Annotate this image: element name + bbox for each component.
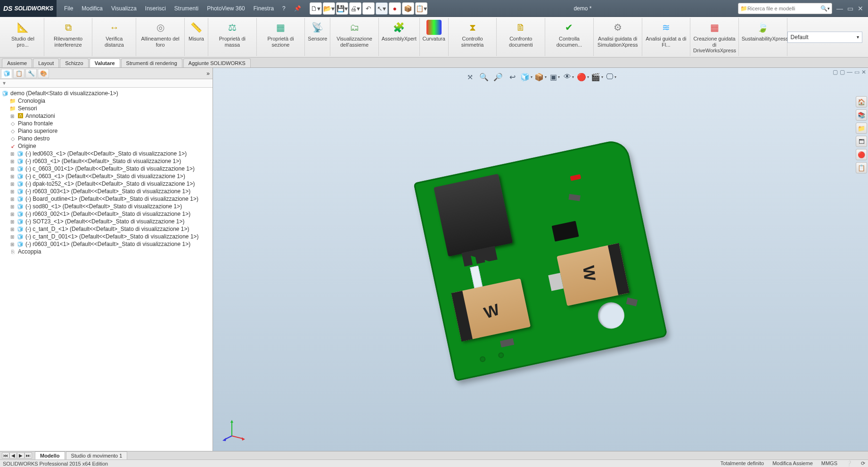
zoom-area-icon[interactable]: 🔎 — [492, 71, 504, 83]
tree-part-7[interactable]: ⊞🧊(-) sod80_<1> (Default<<Default>_Stato… — [1, 203, 212, 210]
ribbon-study[interactable]: 📐Studio del pro... — [2, 18, 44, 56]
tab-render[interactable]: Strumenti di rendering — [121, 58, 182, 67]
tab-last-icon[interactable]: ⏭ — [25, 452, 32, 459]
tree-part-4[interactable]: ⊞🧊(-) dpak-to252_<1> (Default<<Default>_… — [1, 180, 212, 188]
expand-icon[interactable]: ⊞ — [9, 151, 15, 156]
expand-icon[interactable]: ⊞ — [9, 189, 15, 194]
save-icon[interactable]: 💾▾ — [336, 2, 348, 15]
tree-sensors[interactable]: 📁Sensori — [1, 105, 212, 112]
rebuild-icon[interactable]: ● — [389, 2, 401, 15]
expand-icon[interactable]: ⊞ — [9, 204, 15, 209]
prev-view-icon[interactable]: ↩ — [506, 71, 518, 83]
tab-first-icon[interactable]: ⏮ — [2, 452, 9, 459]
tab-evaluate[interactable]: Valutare — [90, 58, 120, 67]
ribbon-floxpress[interactable]: ≋Analisi guidat a di Fl... — [642, 18, 691, 56]
tree-panel-expand-icon[interactable]: » — [206, 70, 210, 77]
tree-part-3[interactable]: ⊞🧊(-) c_0603_<1> (Default<<Default>_Stat… — [1, 172, 212, 180]
tree-tab-config[interactable]: 🔧 — [25, 69, 37, 78]
vp-tile2-icon[interactable]: ▢ — [840, 69, 845, 75]
menu-window[interactable]: Finestra — [250, 3, 278, 14]
tree-part-6[interactable]: ⊞🧊(-) Board_outline<1> (Default<<Default… — [1, 195, 212, 203]
expand-icon[interactable]: ⊞ — [9, 234, 15, 239]
expand-icon[interactable]: ⊞ — [9, 219, 15, 224]
expand-icon[interactable]: ⊞ — [9, 227, 15, 232]
tree-history[interactable]: 📁Cronologia — [1, 97, 212, 105]
ribbon-sectionprops[interactable]: ▦Proprietà di sezione — [257, 18, 305, 56]
search-dropdown-icon[interactable]: ▾ — [827, 6, 830, 11]
ribbon-hole[interactable]: ◎Allineamento del foro — [136, 18, 185, 56]
select-icon[interactable]: ↖▾ — [376, 2, 388, 15]
tab-assembly[interactable]: Assieme — [2, 58, 32, 67]
menu-photoview[interactable]: PhotoView 360 — [203, 3, 249, 14]
tree-plane-right[interactable]: ◇Piano destro — [1, 135, 212, 142]
display-style-icon[interactable]: ▣ — [549, 71, 561, 83]
view-orient-icon[interactable]: ⤧ — [464, 71, 476, 83]
tree-tab-feature[interactable]: 🧊 — [1, 69, 12, 78]
ribbon-dwxpress[interactable]: ▦Creazione guidata di DriveWorksXpress — [690, 18, 739, 56]
expand-icon[interactable]: ⊞ — [9, 166, 15, 172]
zoom-fit-icon[interactable]: 🔍 — [478, 71, 490, 83]
ribbon-compare[interactable]: 🗎Confronto documenti — [497, 18, 545, 56]
search-input[interactable] — [747, 6, 820, 11]
tab-model[interactable]: Modello — [35, 451, 65, 460]
new-doc-icon[interactable]: 🗋▾ — [310, 2, 322, 15]
undo-icon[interactable]: ↶ — [362, 2, 375, 15]
menu-pin-icon[interactable]: 📌 — [290, 3, 305, 14]
expand-icon[interactable]: ⊞ — [9, 212, 15, 217]
section-view-icon[interactable]: 🧊 — [520, 71, 532, 83]
tab-sketch[interactable]: Schizzo — [60, 58, 89, 67]
tree-part-1[interactable]: ⊞🧊(-) r0603_<1> (Default<<Default>_Stato… — [1, 157, 212, 165]
graphics-viewport[interactable]: ▢ ▢ — ▭ ✕ ⤧ 🔍 🔎 ↩ 🧊 📦 ▣ 👁 🔴 🎬 🖵 🏠 📚 📁 🗔 … — [213, 68, 868, 451]
tab-layout[interactable]: Layout — [33, 58, 59, 67]
tree-part-9[interactable]: ⊞🧊(-) SOT23_<1> (Default<<Default>_Stato… — [1, 218, 212, 225]
expand-icon[interactable]: ⊞ — [9, 159, 15, 164]
ribbon-measure[interactable]: 📏Misura — [185, 18, 208, 56]
tab-prev-icon[interactable]: ◀ — [9, 452, 17, 459]
view-orientation-icon[interactable]: 📦 — [534, 71, 547, 83]
search-icon[interactable]: 🔍 — [820, 5, 827, 12]
tab-addins[interactable]: Aggiunte SOLIDWORKS — [183, 58, 251, 67]
appearance-icon[interactable]: 🔴 — [577, 71, 589, 83]
ribbon-clearance[interactable]: ↔Verifica distanza — [92, 18, 136, 56]
ribbon-interference[interactable]: ⧉Rilevamento interferenze — [44, 18, 93, 56]
ribbon-asmxpert[interactable]: 🧩AssemblyXpert — [379, 18, 420, 56]
tree-tab-property[interactable]: 📋 — [13, 69, 25, 78]
status-rebuild-icon[interactable]: ⟳ — [861, 460, 865, 467]
ribbon-sustain[interactable]: 🍃SustainabilityXpress — [739, 18, 787, 56]
ribbon-symmetry[interactable]: ⧗Controllo simmetria — [449, 18, 497, 56]
dock-view-palette-icon[interactable]: 🗔 — [856, 136, 867, 147]
tree-tab-display[interactable]: 🎨 — [38, 69, 49, 78]
ribbon-sensor[interactable]: 📡Sensore — [305, 18, 330, 56]
dock-custom-props-icon[interactable]: 📋 — [856, 162, 867, 173]
tree-part-2[interactable]: ⊞🧊(-) c_0603_001<1> (Default<<Default>_S… — [1, 165, 212, 172]
tree-origin[interactable]: ↙Origine — [1, 142, 212, 150]
status-units[interactable]: MMGS — [821, 460, 837, 467]
tree-part-5[interactable]: ⊞🧊(-) r0603_003<1> (Default<<Default>_St… — [1, 188, 212, 195]
menu-file[interactable]: File — [60, 3, 77, 14]
menu-view[interactable]: Visualizza — [107, 3, 140, 14]
tree-part-10[interactable]: ⊞🧊(-) c_tant_D_<1> (Default<<Default>_St… — [1, 225, 212, 233]
dock-library-icon[interactable]: 📚 — [856, 109, 867, 121]
search-box[interactable]: 📁 🔍 ▾ — [738, 3, 832, 14]
expand-icon[interactable]: ⊞ — [9, 197, 15, 202]
menu-help[interactable]: ? — [278, 3, 289, 14]
tree-part-12[interactable]: ⊞🧊(-) r0603_001<1> (Default<<Default>_St… — [1, 240, 212, 248]
maximize-icon[interactable]: ▭ — [845, 4, 855, 13]
ribbon-curvature[interactable]: Curvatura — [420, 18, 449, 56]
menu-tools[interactable]: Strumenti — [171, 3, 202, 14]
scene-icon[interactable]: 🎬 — [591, 71, 603, 83]
tree-mates[interactable]: ⎘Accoppia — [1, 248, 212, 255]
ribbon-massprops[interactable]: ⚖Proprietà di massa — [208, 18, 257, 56]
open-doc-icon[interactable]: 📂▾ — [323, 2, 335, 15]
tab-next-icon[interactable]: ▶ — [17, 452, 25, 459]
tab-motion-study[interactable]: Studio di movimento 1 — [66, 451, 128, 460]
expand-icon[interactable]: ⊞ — [9, 242, 15, 247]
ribbon-simxpress[interactable]: ⚙Analisi guidata di SimulationXpress — [594, 18, 642, 56]
dock-explorer-icon[interactable]: 📁 — [856, 123, 867, 134]
menu-insert[interactable]: Inserisci — [141, 3, 170, 14]
expand-icon[interactable]: ⊞ — [9, 114, 15, 119]
hide-show-icon[interactable]: 👁 — [563, 71, 575, 83]
settings-icon[interactable]: 📋▾ — [415, 2, 427, 15]
options-icon[interactable]: 📦 — [402, 2, 414, 15]
vp-tile1-icon[interactable]: ▢ — [833, 69, 838, 75]
